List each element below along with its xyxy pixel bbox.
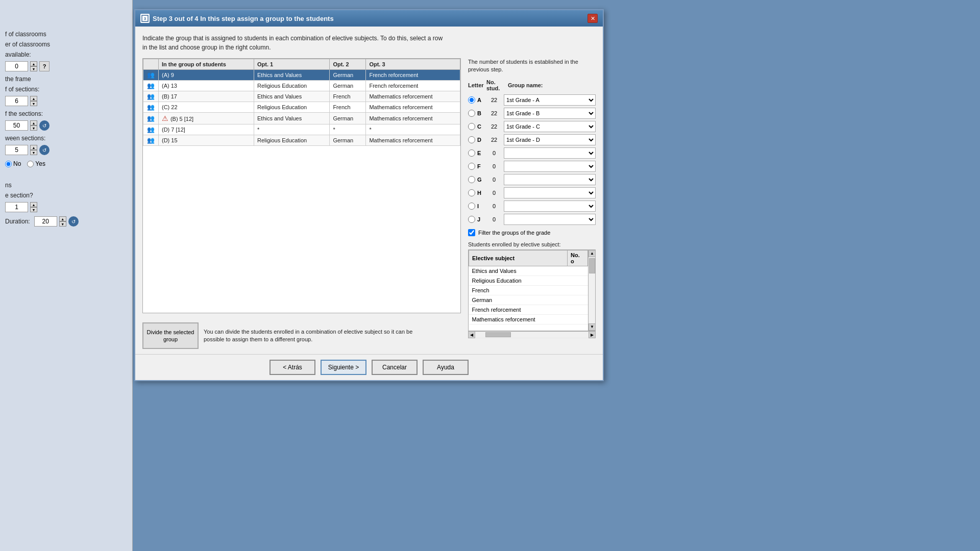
col-opt3-header: Opt. 3 <box>366 59 460 70</box>
scroll-right-arrow[interactable]: ▶ <box>589 331 596 338</box>
letter-row-e: E0 <box>468 147 596 159</box>
row-opt1: * <box>254 124 329 135</box>
group-name-select-h[interactable] <box>504 187 596 198</box>
between-down[interactable]: ▼ <box>30 150 37 155</box>
table-row[interactable]: 👥(B) 17Ethics and ValuesFrenchMathematic… <box>143 91 460 102</box>
filter-label: Filter the groups of the grade <box>478 230 550 236</box>
stud-count-j: 0 <box>486 216 502 222</box>
between-up[interactable]: ▲ <box>30 145 37 150</box>
duration-up[interactable]: ▲ <box>59 216 66 221</box>
stud-count-g: 0 <box>486 177 502 183</box>
col-icon-header <box>143 59 159 70</box>
group-name-select-e[interactable] <box>504 147 596 159</box>
stud-count-b: 22 <box>486 110 502 116</box>
row-opt2: French <box>330 102 366 113</box>
sections-up[interactable]: ▲ <box>30 96 37 101</box>
sections-input[interactable] <box>5 96 28 106</box>
radio-g[interactable] <box>468 176 475 183</box>
count1-input[interactable] <box>5 202 28 212</box>
table-row[interactable]: 👥(D) 7 [12]*** <box>143 124 460 135</box>
row-group: (A) 13 <box>159 81 254 91</box>
count1-down[interactable]: ▼ <box>30 207 37 212</box>
enrolled-section: Students enrolled by elective subject: E… <box>468 241 596 338</box>
letter-g: G <box>477 177 484 183</box>
letter-row-j: J0 <box>468 214 596 225</box>
radio-h[interactable] <box>468 189 475 196</box>
of-sections-refresh[interactable]: ↺ <box>39 120 50 131</box>
scroll-left-arrow[interactable]: ◀ <box>468 331 475 338</box>
of-sections-down[interactable]: ▼ <box>30 126 37 131</box>
duration-input[interactable] <box>34 216 57 227</box>
scroll-up-arrow[interactable]: ▲ <box>589 250 596 257</box>
radio-e[interactable] <box>468 149 475 157</box>
yes-radio[interactable] <box>27 161 34 167</box>
divide-button[interactable]: Divide the selected group <box>142 322 199 349</box>
of-sections-up[interactable]: ▲ <box>30 120 37 126</box>
table-row[interactable]: 👥(A) 9Ethics and ValuesGermanFrench refo… <box>143 70 460 81</box>
of-sections-input[interactable] <box>5 120 28 131</box>
no-radio[interactable] <box>5 161 12 167</box>
group-name-select-a[interactable]: 1st Grade - A <box>504 94 596 106</box>
filter-checkbox[interactable] <box>468 229 475 236</box>
table-row[interactable]: 👥(D) 15Religious EducationGermanMathemat… <box>143 135 460 146</box>
classrooms-up[interactable]: ▲ <box>30 61 37 66</box>
duration-down[interactable]: ▼ <box>59 221 66 227</box>
group-name-select-d[interactable]: 1st Grade - D <box>504 134 596 145</box>
enrolled-subject: Religious Education <box>469 276 568 285</box>
group-name-select-i[interactable] <box>504 201 596 212</box>
scroll-down-arrow[interactable]: ▼ <box>589 323 596 331</box>
radio-c[interactable] <box>468 123 475 130</box>
sections-down[interactable]: ▼ <box>30 101 37 106</box>
classrooms-input[interactable] <box>5 61 28 71</box>
enrolled-scrollbar-v[interactable]: ▲ ▼ <box>588 250 595 331</box>
radio-j[interactable] <box>468 216 475 223</box>
table-row[interactable]: 👥(A) 13Religious EducationGermanFrench r… <box>143 81 460 91</box>
instruction-text: Indicate the group that is assigned to s… <box>142 34 449 52</box>
row-icon-cell: 👥 <box>143 135 159 146</box>
close-button[interactable]: ✕ <box>587 14 598 23</box>
table-row[interactable]: 👥(C) 22Religious EducationFrenchMathemat… <box>143 102 460 113</box>
row-group: (B) 17 <box>159 91 254 102</box>
radio-a[interactable] <box>468 96 475 104</box>
between-input[interactable] <box>5 145 28 155</box>
group-name-select-j[interactable] <box>504 214 596 225</box>
group-name-select-c[interactable]: 1st Grade - C <box>504 121 596 132</box>
enrolled-table-wrapper: Elective subject No. o Ethics and Values… <box>468 249 596 331</box>
letter-row-h: H0 <box>468 187 596 198</box>
between-refresh[interactable]: ↺ <box>39 145 50 155</box>
radio-i[interactable] <box>468 203 475 210</box>
count1-up[interactable]: ▲ <box>30 202 37 207</box>
row-group: ⚠ (B) 5 [12] <box>159 113 254 124</box>
letter-row-a: A221st Grade - A <box>468 94 596 106</box>
people-icon: 👥 <box>147 137 155 144</box>
next-button[interactable]: Siguiente > <box>321 360 366 375</box>
of-classrooms-label: f of classrooms <box>5 31 127 38</box>
cancel-button[interactable]: Cancelar <box>372 360 418 375</box>
radio-d[interactable] <box>468 136 475 143</box>
row-icon-cell: 👥 <box>143 70 159 81</box>
group-name-select-g[interactable] <box>504 174 596 185</box>
table-row[interactable]: 👥⚠ (B) 5 [12]Ethics and ValuesGermanMath… <box>143 113 460 124</box>
dialog-title: Step 3 out of 4 In this step assign a gr… <box>153 15 334 22</box>
letter-c: C <box>477 123 484 130</box>
radio-b[interactable] <box>468 110 475 117</box>
letter-d: D <box>477 137 484 143</box>
classrooms-down[interactable]: ▼ <box>30 66 37 71</box>
letter-row-b: B221st Grade - B <box>468 108 596 119</box>
classrooms-help[interactable]: ? <box>39 61 50 71</box>
help-button[interactable]: Ayuda <box>423 360 469 375</box>
group-name-select-f[interactable] <box>504 161 596 172</box>
group-name-select-b[interactable]: 1st Grade - B <box>504 108 596 119</box>
row-icon-cell: 👥 <box>143 91 159 102</box>
the-frame-label: the frame <box>5 76 127 83</box>
row-opt3: French reforcement <box>366 70 460 81</box>
back-button[interactable]: < Atrás <box>270 360 315 375</box>
right-panel: The number of students is established in… <box>468 58 596 349</box>
duration-refresh[interactable]: ↺ <box>68 216 79 227</box>
radio-f[interactable] <box>468 163 475 170</box>
enrolled-subject: French reforcement <box>469 305 568 314</box>
enrolled-scrollbar-h[interactable]: ◀ ▶ <box>468 331 596 338</box>
stud-count-a: 22 <box>486 97 502 103</box>
row-opt3: * <box>366 124 460 135</box>
dialog-footer: < Atrás Siguiente > Cancelar Ayuda <box>135 354 603 380</box>
